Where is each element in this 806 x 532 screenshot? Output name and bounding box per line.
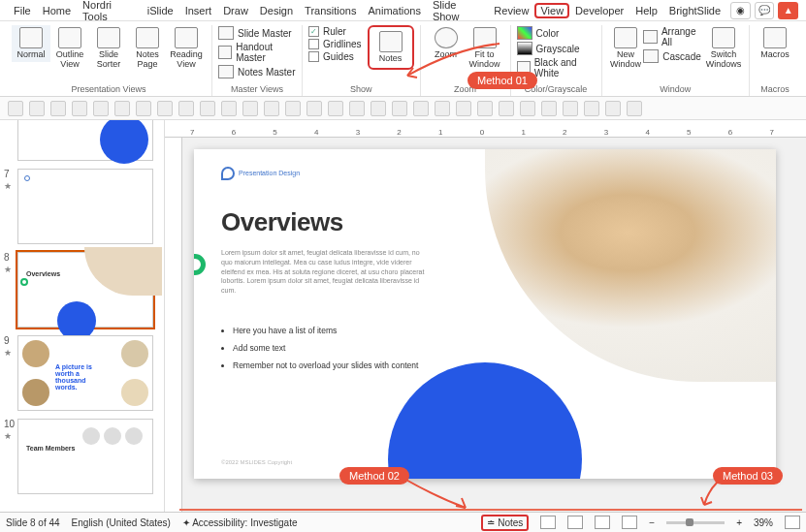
sorter-view-icon[interactable]: [567, 516, 583, 529]
reading-view-button[interactable]: Reading View: [167, 25, 206, 72]
slide-thumbnails-pane[interactable]: 7★ 8★Overviews 9★A picture is worth a th…: [0, 120, 165, 512]
slide-thumbnail[interactable]: [17, 120, 153, 161]
status-slide-number: Slide 8 of 44: [6, 517, 60, 528]
slide-paragraph: Lorem ipsum dolor sit amet, feugiat deli…: [221, 248, 425, 296]
zoom-percent[interactable]: 39%: [754, 517, 773, 528]
menu-developer[interactable]: Developer: [569, 3, 629, 18]
menubar: File Home Nordri Tools iSlide Insert Dra…: [0, 0, 806, 21]
slideshow-view-icon[interactable]: [622, 516, 637, 529]
group-presentation-views: Normal Outline View Slide Sorter Notes P…: [6, 25, 212, 96]
comment-button[interactable]: 💬: [755, 2, 775, 19]
group-label: Presentation Views: [72, 82, 146, 96]
ruler-checkbox[interactable]: ✓Ruler: [308, 26, 361, 37]
menu-home[interactable]: Home: [37, 3, 77, 18]
vertical-ruler: [165, 138, 182, 512]
annotation-method-01: Method 01: [467, 72, 537, 89]
notes-page-button[interactable]: Notes Page: [128, 25, 167, 72]
group-macros: Macros Macros: [750, 25, 800, 96]
annotation-method-02: Method 02: [339, 467, 409, 485]
notes-master-button[interactable]: Notes Master: [218, 65, 296, 78]
arrow-to-notes-status: [398, 473, 475, 512]
slide-sorter-button[interactable]: Slide Sorter: [89, 25, 128, 72]
slide-image: [485, 149, 776, 382]
decorative-circle: [388, 362, 582, 479]
slide-canvas-area: 7 6 5 4 3 2 1 0 1 2 3 4 5 6 7 Presentati…: [165, 120, 806, 512]
quick-access-toolbar: [0, 97, 806, 120]
outline-view-button[interactable]: Outline View: [50, 25, 89, 72]
menu-review[interactable]: Review: [488, 3, 534, 18]
brand-label: Presentation Design: [221, 167, 300, 180]
switch-windows-button[interactable]: Switch Windows: [704, 25, 743, 72]
fit-to-window-icon[interactable]: [785, 516, 800, 529]
zoom-in-button[interactable]: +: [736, 517, 742, 528]
slide-thumbnail-7[interactable]: [17, 169, 153, 244]
reading-view-icon[interactable]: [595, 516, 610, 529]
color-button[interactable]: Color: [517, 26, 596, 40]
menu-design[interactable]: Design: [254, 3, 299, 18]
slide-canvas[interactable]: Presentation Design Overviews Lorem ipsu…: [194, 149, 776, 479]
menu-file[interactable]: File: [8, 3, 37, 18]
status-language[interactable]: English (United States): [72, 517, 171, 528]
slide-heading: Overviews: [221, 207, 343, 237]
menu-transitions[interactable]: Transitions: [299, 3, 362, 18]
macros-button[interactable]: Macros: [756, 25, 794, 62]
menu-slideshow[interactable]: Slide Show: [427, 0, 488, 24]
menu-insert[interactable]: Insert: [179, 3, 218, 18]
decorative-ring: [194, 254, 206, 275]
horizontal-ruler: 7 6 5 4 3 2 1 0 1 2 3 4 5 6 7: [165, 120, 806, 138]
menu-view[interactable]: View: [534, 3, 569, 18]
record-button[interactable]: ◉: [730, 2, 751, 19]
slide-thumbnail-9[interactable]: A picture is worth a thousand words.: [17, 335, 153, 411]
slide-thumbnail-8[interactable]: Overviews: [17, 252, 153, 328]
gridlines-checkbox[interactable]: Gridlines: [308, 39, 361, 49]
slide-copyright: ©2022 MSLIDES Copyright: [221, 459, 292, 465]
group-window: New Window Arrange All Cascade Switch Wi…: [602, 25, 750, 96]
slide-master-button[interactable]: Slide Master: [218, 26, 296, 40]
group-master-views: Slide Master Handout Master Notes Master…: [212, 25, 303, 96]
guides-checkbox[interactable]: Guides: [308, 51, 361, 62]
normal-view-icon[interactable]: [540, 516, 556, 529]
zoom-out-button[interactable]: −: [649, 517, 655, 528]
status-accessibility[interactable]: ✦ Accessibility: Investigate: [182, 517, 298, 528]
account-button[interactable]: ▲: [778, 2, 798, 19]
menu-help[interactable]: Help: [629, 3, 663, 18]
new-window-button[interactable]: New Window: [608, 25, 644, 72]
cascade-button[interactable]: Cascade: [643, 49, 704, 63]
menu-animations[interactable]: Animations: [362, 3, 426, 18]
qat-icon[interactable]: [8, 101, 23, 116]
handout-master-button[interactable]: Handout Master: [218, 42, 296, 63]
menu-brightslide[interactable]: BrightSlide: [663, 3, 726, 18]
grayscale-button[interactable]: Grayscale: [517, 42, 596, 55]
menu-islide[interactable]: iSlide: [142, 3, 179, 18]
normal-view-button[interactable]: Normal: [12, 25, 50, 62]
menu-draw[interactable]: Draw: [217, 3, 254, 18]
status-notes-button[interactable]: ≐ Notes: [481, 515, 529, 531]
menu-nordri[interactable]: Nordri Tools: [77, 0, 142, 24]
slide-thumbnail-10[interactable]: Team Members: [17, 419, 153, 494]
notes-pane-divider-highlight: [179, 509, 802, 511]
arrange-all-button[interactable]: Arrange All: [643, 26, 704, 47]
zoom-slider[interactable]: [666, 521, 725, 524]
slide-bullets: Here you have a list of items Add some t…: [233, 326, 418, 378]
status-bar: Slide 8 of 44 English (United States) ✦ …: [0, 512, 806, 532]
workspace: 7★ 8★Overviews 9★A picture is worth a th…: [0, 120, 806, 512]
annotation-method-03: Method 03: [713, 467, 783, 485]
